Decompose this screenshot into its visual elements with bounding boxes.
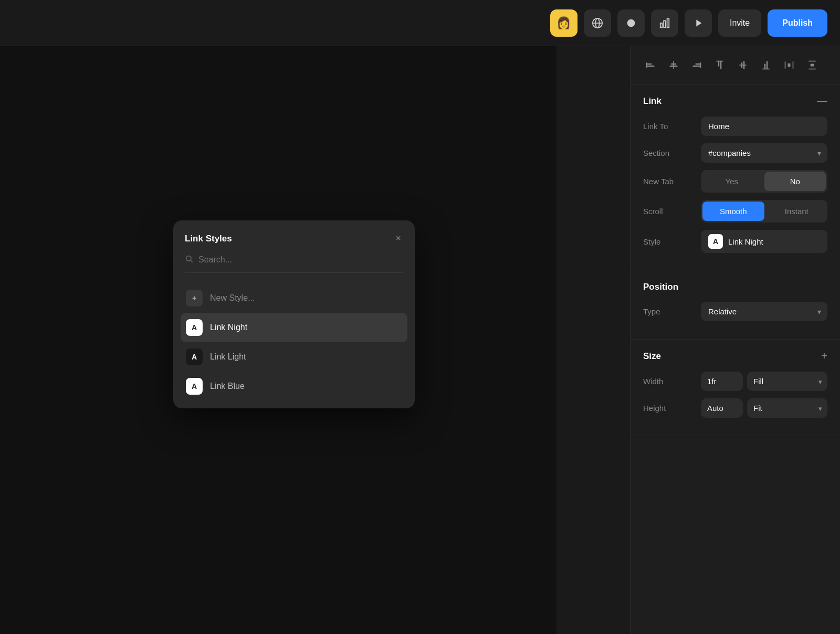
svg-rect-6: [667, 18, 669, 27]
height-value-input[interactable]: [701, 398, 743, 418]
svg-rect-5: [664, 20, 666, 27]
svg-rect-16: [693, 66, 701, 67]
svg-rect-18: [718, 61, 720, 67]
scroll-smooth-button[interactable]: Smooth: [702, 202, 764, 221]
align-bottom-icon: [761, 60, 771, 70]
position-type-select-wrapper: Relative: [701, 302, 827, 321]
avatar[interactable]: 👩: [550, 9, 578, 37]
svg-rect-28: [788, 64, 791, 67]
record-icon: [625, 17, 637, 29]
position-section-header: Position: [643, 282, 827, 292]
modal-close-button[interactable]: ×: [393, 231, 403, 246]
new-tab-toggle: Yes No: [701, 170, 827, 193]
link-section: Link — Link To Section #companies New Ta…: [631, 84, 840, 271]
section-select-wrapper: #companies: [701, 143, 827, 163]
search-input[interactable]: [198, 255, 403, 265]
globe-button[interactable]: [584, 9, 611, 37]
svg-rect-4: [660, 23, 663, 27]
align-left-button[interactable]: [641, 56, 660, 75]
align-top-icon: [715, 60, 725, 70]
scroll-label: Scroll: [643, 207, 701, 216]
align-middle-icon: [738, 60, 748, 70]
new-style-icon: +: [186, 290, 203, 307]
align-center-h-button[interactable]: [664, 56, 683, 75]
svg-marker-7: [696, 19, 701, 26]
style-item-link-night[interactable]: A Link Night: [181, 313, 407, 342]
distribute-v-button[interactable]: [803, 56, 822, 75]
invite-button[interactable]: Invite: [718, 9, 761, 37]
link-light-label: Link Light: [210, 352, 246, 362]
align-bottom-button[interactable]: [757, 56, 775, 75]
style-picker[interactable]: A Link Night: [701, 230, 827, 253]
svg-point-32: [186, 256, 191, 261]
width-label: Width: [643, 377, 701, 386]
publish-button[interactable]: Publish: [768, 9, 827, 37]
align-top-button[interactable]: [710, 56, 729, 75]
svg-rect-25: [766, 61, 768, 69]
record-button[interactable]: [617, 9, 645, 37]
link-to-row: Link To: [643, 117, 827, 136]
topbar: 👩 Invite Publish: [0, 0, 840, 46]
search-icon: [185, 255, 193, 265]
section-row: Section #companies: [643, 143, 827, 163]
link-night-icon: A: [186, 319, 203, 336]
distribute-h-button[interactable]: [780, 56, 799, 75]
align-right-button[interactable]: [687, 56, 706, 75]
position-type-select[interactable]: Relative: [701, 302, 827, 321]
height-row: Height Fit Fixed Fill: [643, 398, 827, 418]
size-section-add[interactable]: +: [821, 350, 827, 362]
position-section-title: Position: [643, 282, 678, 292]
style-item-link-blue[interactable]: A Link Blue: [181, 372, 407, 401]
height-mode-wrapper: Fit Fixed Fill: [747, 398, 827, 418]
globe-icon: [592, 17, 603, 29]
svg-rect-19: [720, 61, 722, 69]
height-inputs: Fit Fixed Fill: [701, 398, 827, 418]
size-section-header: Size +: [643, 350, 827, 362]
height-mode-select[interactable]: Fit Fixed Fill: [747, 398, 827, 418]
avatar-emoji: 👩: [556, 16, 571, 30]
distribute-h-icon: [784, 60, 794, 70]
modal-header: Link Styles ×: [173, 220, 415, 255]
right-panel: Link — Link To Section #companies New Ta…: [630, 46, 840, 634]
svg-rect-21: [741, 62, 743, 68]
link-to-control: [701, 117, 827, 136]
svg-rect-24: [764, 64, 766, 69]
svg-rect-22: [743, 61, 745, 69]
align-right-icon: [691, 60, 702, 70]
svg-rect-15: [696, 64, 701, 65]
new-style-item[interactable]: + New Style...: [181, 283, 407, 313]
play-icon: [692, 17, 704, 29]
link-night-label: Link Night: [210, 323, 247, 332]
align-center-h-icon: [668, 60, 679, 70]
modal-title: Link Styles: [185, 234, 232, 244]
width-value-input[interactable]: [701, 372, 743, 391]
position-type-label: Type: [643, 307, 701, 316]
style-item-link-light[interactable]: A Link Light: [181, 342, 407, 372]
section-select[interactable]: #companies: [701, 143, 827, 163]
distribute-v-icon: [807, 60, 817, 70]
modal-list: + New Style... A Link Night A Link Light…: [173, 279, 415, 408]
position-type-row: Type Relative: [643, 302, 827, 321]
style-label: Style: [643, 237, 701, 246]
link-to-input[interactable]: [701, 117, 827, 136]
width-mode-select[interactable]: Fill Fixed Hug: [747, 372, 827, 391]
link-section-collapse[interactable]: —: [817, 95, 827, 107]
link-section-title: Link: [643, 96, 662, 107]
play-button[interactable]: [685, 9, 712, 37]
style-icon: A: [708, 234, 723, 249]
new-tab-yes-button[interactable]: Yes: [701, 170, 763, 193]
size-section: Size + Width Fill Fixed Hug Height: [631, 340, 840, 436]
align-toolbar: [631, 46, 840, 84]
analytics-button[interactable]: [651, 9, 678, 37]
style-name: Link Night: [728, 237, 763, 246]
new-tab-row: New Tab Yes No: [643, 170, 827, 193]
width-inputs: Fill Fixed Hug: [701, 372, 827, 391]
new-tab-no-button[interactable]: No: [764, 172, 826, 191]
analytics-icon: [659, 17, 670, 29]
scroll-instant-button[interactable]: Instant: [766, 200, 828, 223]
link-styles-modal: Link Styles × + New Style... A Link Nigh…: [173, 220, 415, 408]
align-middle-button[interactable]: [733, 56, 752, 75]
svg-rect-13: [670, 66, 678, 67]
search-wrapper: [185, 255, 403, 273]
width-row: Width Fill Fixed Hug: [643, 372, 827, 391]
